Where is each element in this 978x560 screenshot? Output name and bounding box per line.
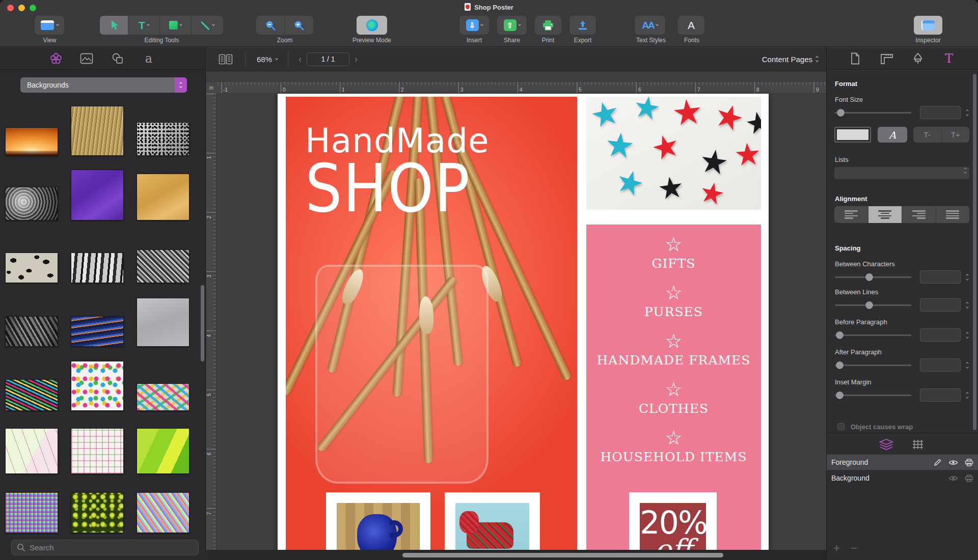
add-layer-button[interactable]: +	[833, 543, 840, 554]
printer-icon[interactable]	[965, 459, 973, 466]
between-characters-field[interactable]	[920, 270, 961, 284]
background-thumbnail-3[interactable]	[137, 122, 189, 156]
eye-icon[interactable]	[948, 459, 958, 466]
next-page-button[interactable]: ›	[355, 54, 358, 65]
inset-margin-field[interactable]	[920, 388, 961, 402]
decrease-text-button[interactable]: T-	[913, 127, 942, 143]
slider-knob[interactable]	[836, 361, 844, 369]
horizontal-scrollbar[interactable]	[402, 553, 723, 557]
text-color-well[interactable]	[834, 127, 871, 143]
after-paragraph-stepper[interactable]	[963, 358, 971, 372]
background-thumbnail-18[interactable]	[137, 428, 189, 474]
slider-knob[interactable]	[865, 301, 873, 309]
before-paragraph-slider[interactable]	[835, 334, 911, 336]
layer-row-background[interactable]: Background	[827, 470, 978, 486]
grid-tab[interactable]	[909, 437, 927, 452]
slider-knob[interactable]	[837, 109, 845, 117]
layer-row-foreground[interactable]: Foreground	[827, 455, 978, 470]
background-thumbnail-16[interactable]	[5, 428, 58, 474]
tab-shapes[interactable]	[110, 51, 125, 66]
background-thumbnail-15[interactable]	[137, 383, 189, 411]
shape-tool-button[interactable]	[160, 16, 192, 35]
before-paragraph-field[interactable]	[920, 328, 961, 342]
between-characters-slider[interactable]	[835, 276, 911, 278]
search-field[interactable]	[11, 540, 199, 555]
lists-dropdown[interactable]	[834, 167, 969, 179]
before-paragraph-stepper[interactable]	[963, 328, 971, 342]
select-tool-button[interactable]	[100, 16, 128, 35]
tab-text-art[interactable]: a	[141, 51, 156, 66]
share-button[interactable]: ⇧	[497, 16, 527, 35]
zoom-out-button[interactable]	[256, 16, 285, 35]
layers-tab[interactable]	[878, 437, 895, 452]
previous-page-button[interactable]: ‹	[298, 54, 302, 65]
background-thumbnail-11[interactable]	[71, 316, 124, 347]
background-thumbnail-7[interactable]	[5, 253, 58, 283]
font-size-stepper[interactable]	[963, 106, 971, 119]
after-paragraph-field[interactable]	[920, 358, 961, 372]
between-lines-stepper[interactable]	[963, 298, 971, 312]
align-center-button[interactable]	[868, 206, 903, 223]
tab-document[interactable]	[847, 51, 863, 66]
zoom-in-button[interactable]	[285, 16, 313, 35]
sidebar-scrollbar[interactable]	[201, 285, 204, 361]
line-tool-button[interactable]	[192, 16, 223, 35]
align-justify-button[interactable]	[936, 206, 970, 223]
inset-margin-slider[interactable]	[835, 395, 911, 396]
background-thumbnail-6[interactable]	[137, 174, 189, 220]
background-thumbnail-4[interactable]	[5, 187, 58, 220]
align-right-button[interactable]	[902, 206, 936, 223]
text-style-button[interactable]: A	[878, 127, 907, 143]
tab-clipart[interactable]	[48, 51, 64, 66]
background-thumbnail-5[interactable]	[71, 170, 124, 220]
background-thumbnail-21[interactable]	[137, 492, 189, 533]
inspector-button[interactable]	[914, 16, 942, 35]
pages-mode-control[interactable]: Content Pages	[762, 55, 818, 64]
tab-text[interactable]: T	[941, 51, 957, 66]
after-paragraph-slider[interactable]	[835, 365, 911, 366]
poster-page[interactable]: HandMade SHOP ★ ★ ★ ★ ★ ★ ★ ★ ★ ★ ★ ★	[278, 94, 769, 560]
eye-icon[interactable]	[948, 475, 958, 482]
background-thumbnail-10[interactable]	[5, 316, 58, 347]
font-size-field[interactable]	[920, 106, 961, 119]
background-thumbnail-2[interactable]	[71, 106, 124, 156]
background-thumbnail-12[interactable]	[137, 298, 189, 347]
text-styles-button[interactable]: AA	[635, 16, 665, 35]
tab-appearance[interactable]	[910, 51, 926, 66]
tab-geometry[interactable]	[879, 51, 895, 66]
between-lines-slider[interactable]	[835, 304, 911, 306]
background-thumbnail-19[interactable]	[5, 492, 58, 533]
background-thumbnail-20[interactable]	[71, 492, 124, 533]
view-button[interactable]	[35, 16, 64, 35]
between-characters-stepper[interactable]	[963, 270, 971, 284]
spread-view-icon[interactable]	[219, 54, 233, 65]
background-thumbnail-9[interactable]	[137, 249, 189, 283]
background-thumbnail-17[interactable]	[71, 428, 124, 474]
zoom-level-control[interactable]: 68%	[257, 55, 278, 64]
align-left-button[interactable]	[834, 206, 868, 223]
increase-text-button[interactable]: T+	[942, 127, 970, 143]
insert-button[interactable]: ⇩	[459, 16, 489, 35]
export-button[interactable]	[569, 16, 596, 35]
between-lines-field[interactable]	[920, 298, 961, 312]
printer-icon[interactable]	[965, 474, 973, 482]
slider-knob[interactable]	[836, 391, 844, 399]
slider-knob[interactable]	[865, 273, 873, 281]
preview-mode-button[interactable]	[357, 16, 387, 35]
panel-scrollbar[interactable]	[973, 74, 976, 430]
background-thumbnail-14[interactable]	[71, 361, 124, 411]
remove-layer-button[interactable]: −	[851, 543, 857, 554]
text-tool-button[interactable]: T	[128, 16, 160, 35]
font-size-slider[interactable]	[835, 112, 911, 114]
search-input[interactable]	[30, 543, 182, 552]
background-thumbnail-1[interactable]	[5, 127, 58, 156]
print-button[interactable]	[535, 16, 561, 35]
slider-knob[interactable]	[836, 331, 844, 339]
background-thumbnail-8[interactable]	[71, 253, 124, 283]
fonts-button[interactable]: A	[678, 16, 704, 35]
page-indicator[interactable]: 1 / 1	[307, 52, 349, 66]
collection-popup[interactable]: Backgrounds	[20, 77, 187, 93]
inset-margin-stepper[interactable]	[963, 388, 971, 402]
object-causes-wrap-checkbox[interactable]	[837, 423, 845, 430]
background-thumbnail-13[interactable]	[5, 379, 58, 411]
